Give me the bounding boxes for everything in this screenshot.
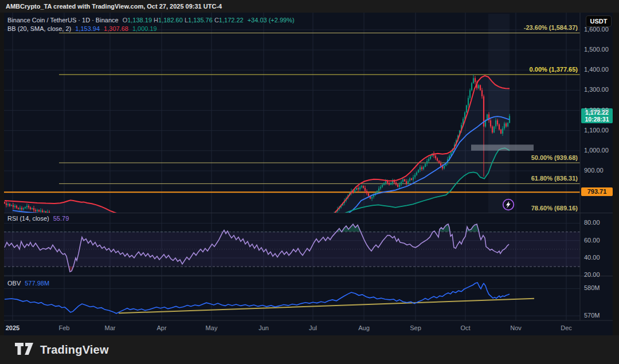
rsi-band-fill (4, 232, 580, 267)
rsi-value: 55.79 (53, 215, 69, 222)
rsi-axis-label: 40.00 (584, 254, 600, 261)
price-axis-label: 1,100.00 (584, 127, 609, 134)
time-axis-label: 2025 (1, 324, 24, 331)
time-axis-label: Jul (301, 324, 324, 331)
obv-axis-label: 580M (584, 284, 600, 291)
main-legend-row1[interactable]: Binance Coin / TetherUS · 1D · Binance O… (7, 17, 295, 24)
fib-level-label[interactable]: 50.00% (939.68) (531, 154, 578, 161)
ohlc-value: 1,182.60 (158, 17, 185, 24)
footer-bar: TradingView (0, 335, 619, 364)
obv-value: 577.98M (25, 280, 49, 287)
obv-axis-label: 570M (584, 312, 600, 319)
time-axis-label: Sep (404, 324, 427, 331)
rsi-legend-row[interactable]: RSI (14, close) 55.79 (7, 215, 69, 222)
zone-box[interactable] (471, 144, 534, 150)
time-axis-label: Nov (504, 324, 527, 331)
ohlc-value: 1,138.19 (127, 17, 154, 24)
ray-price-label: 793.71 (581, 187, 613, 196)
header-bar: AMBCrypto_TA created with TradingView.co… (0, 0, 619, 13)
price-axis-label: 1,200.00 (584, 107, 609, 113)
rsi-indicator-name[interactable]: RSI (14, close) (7, 215, 49, 222)
time-axis-label: Apr (150, 324, 173, 331)
tradingview-logo-icon (15, 343, 34, 357)
price-axis-label: 1,500.00 (584, 46, 609, 53)
bb-legend-row[interactable]: BB (20, SMA, close, 2) 1,153.94 1,307.68… (7, 25, 157, 32)
time-axis-label: Feb (53, 324, 76, 331)
price-axis-label: 1,600.00 (584, 26, 609, 33)
price-axis-label: 1,400.00 (584, 66, 609, 73)
symbol-title[interactable]: Binance Coin / TetherUS · 1D · Binance (7, 17, 119, 24)
header-title: AMBCrypto_TA created with TradingView.co… (6, 3, 222, 10)
price-axis-label: 1,000.00 (584, 147, 609, 154)
fib-level-label[interactable]: -23.60% (1,584.37) (524, 24, 578, 31)
tradingview-screenshot: AMBCrypto_TA created with TradingView.co… (0, 0, 619, 364)
rsi-axis-label: 20.00 (584, 271, 600, 278)
ohlc-letter: O (123, 17, 128, 24)
flash-icon[interactable] (502, 198, 515, 211)
time-axis-label: Jun (252, 324, 275, 331)
bb-indicator-name[interactable]: BB (20, SMA, close, 2) (7, 25, 71, 32)
fib-level-label[interactable]: 78.60% (689.16) (531, 205, 578, 212)
time-axis-label: Mar (99, 324, 122, 331)
ohlc-values: O1,138.19 H1,182.60 L1,135.76 C1,172.22 (123, 17, 244, 24)
left-margin (0, 13, 4, 335)
price-axis-label: 1,300.00 (584, 86, 609, 93)
rsi-axis-label: 60.00 (584, 237, 600, 244)
ohlc-letter: H (154, 17, 158, 24)
rsi-axis-label: 80.00 (584, 219, 600, 226)
bar-countdown: 10:28:31 (581, 116, 613, 123)
change-value: +34.03 (+2.99%) (248, 17, 295, 24)
time-axis-label: Oct (454, 324, 477, 331)
ohlc-value: 1,172.22 (219, 17, 244, 24)
time-axis-label: May (200, 324, 223, 331)
currency-toggle-button[interactable]: USDT (586, 15, 612, 27)
obv-indicator-name[interactable]: OBV (7, 280, 21, 287)
bb-upper-value: 1,307.68 (104, 25, 128, 32)
time-axis-label: Dec (555, 324, 578, 331)
bb-lower-value: 1,000.19 (132, 25, 157, 32)
obv-legend-row[interactable]: OBV 577.98M (7, 280, 49, 287)
bb-basis-value: 1,153.94 (75, 25, 100, 32)
fib-level-label[interactable]: 61.80% (836.31) (531, 175, 578, 182)
price-axis-label: 900.00 (584, 167, 604, 174)
ohlc-letter: C (214, 17, 219, 24)
time-axis-label: Aug (352, 324, 375, 331)
ohlc-value: 1,135.76 (188, 17, 214, 24)
right-margin (613, 13, 619, 335)
chart-canvas[interactable] (0, 0, 619, 364)
fib-level-label[interactable]: 0.00% (1,377.65) (530, 66, 578, 73)
tradingview-wordmark: TradingView (40, 343, 109, 357)
